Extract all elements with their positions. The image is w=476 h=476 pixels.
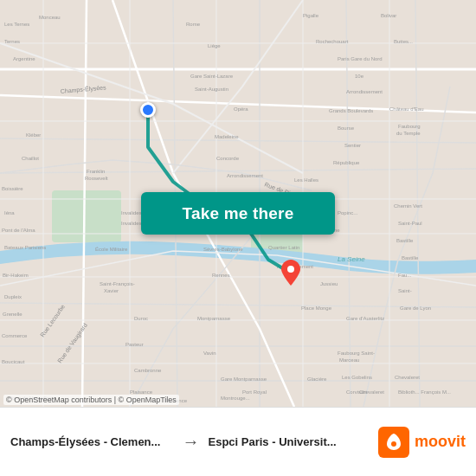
svg-text:Iéna: Iéna xyxy=(4,210,15,215)
svg-text:Port Royal: Port Royal xyxy=(242,389,267,395)
svg-text:Argentine: Argentine xyxy=(13,56,35,61)
svg-text:Saint-: Saint- xyxy=(398,288,412,293)
svg-text:Grenelle: Grenelle xyxy=(3,312,23,317)
moovit-text: moovit xyxy=(415,433,466,451)
svg-text:Bastille: Bastille xyxy=(396,238,414,243)
svg-text:République: République xyxy=(333,160,360,165)
svg-text:Gare de Lyon: Gare de Lyon xyxy=(400,306,431,311)
svg-text:Pont de l'Alma: Pont de l'Alma xyxy=(2,228,35,233)
svg-text:du Temple: du Temple xyxy=(396,131,421,136)
svg-text:Montparnasse: Montparnasse xyxy=(197,316,231,321)
svg-text:10e: 10e xyxy=(355,74,364,79)
svg-text:Kléber: Kléber xyxy=(26,132,41,138)
svg-text:Dupleix: Dupleix xyxy=(4,294,22,299)
take-me-there-label: Take me there xyxy=(183,204,294,223)
svg-text:Gare d'Austerlitz: Gare d'Austerlitz xyxy=(346,316,384,321)
svg-text:Bir-Hakeim: Bir-Hakeim xyxy=(3,273,29,278)
svg-point-116 xyxy=(391,441,396,447)
svg-text:Pigalle: Pigalle xyxy=(303,13,319,18)
svg-text:Madeleine: Madeleine xyxy=(215,134,239,139)
footer: Champs-Élysées - Clemen... → Espci Paris… xyxy=(0,407,476,476)
svg-text:Saint-Paul: Saint-Paul xyxy=(398,221,422,226)
take-me-there-button[interactable]: Take me there xyxy=(141,192,335,235)
svg-text:Saint-François-: Saint-François- xyxy=(100,281,135,286)
svg-text:Bastille: Bastille xyxy=(402,255,419,261)
svg-text:Jussieu: Jussieu xyxy=(320,281,338,286)
moovit-logo: moovit xyxy=(378,427,466,458)
svg-text:Corvisart: Corvisart xyxy=(346,389,367,395)
svg-text:Sèvres-Babylone: Sèvres-Babylone xyxy=(203,247,243,252)
svg-text:Pasteur: Pasteur xyxy=(125,342,144,347)
svg-text:Liège: Liège xyxy=(208,43,221,48)
svg-text:Popinc...: Popinc... xyxy=(338,210,358,215)
svg-text:Sentier: Sentier xyxy=(344,143,361,148)
svg-text:Montrouge...: Montrouge... xyxy=(221,396,250,401)
svg-text:Ternes: Ternes xyxy=(4,39,20,44)
svg-text:Biblioth... François M...: Biblioth... François M... xyxy=(398,389,451,395)
svg-text:Franklin: Franklin xyxy=(87,169,105,174)
svg-text:Duroc: Duroc xyxy=(134,316,148,321)
svg-text:Faubourg: Faubourg xyxy=(398,124,421,129)
svg-text:Gare Montparnasse: Gare Montparnasse xyxy=(221,376,267,382)
svg-text:Gare Saint-Lazare: Gare Saint-Lazare xyxy=(190,74,234,79)
svg-text:Boucicaut: Boucicaut xyxy=(2,359,25,364)
svg-text:Commerce: Commerce xyxy=(2,333,28,338)
map-container: Champs-Élysées Kléber Chaillot Boissière… xyxy=(0,0,476,407)
svg-text:Buttes...: Buttes... xyxy=(394,39,413,44)
svg-text:Glacière: Glacière xyxy=(307,376,327,382)
svg-text:Chaillot: Chaillot xyxy=(22,156,39,161)
svg-text:Marceau: Marceau xyxy=(339,357,359,363)
svg-text:École Militaire: École Militaire xyxy=(95,247,128,252)
svg-text:Rochechouart: Rochechouart xyxy=(316,39,349,44)
svg-text:Château d'Eau: Château d'Eau xyxy=(389,106,424,112)
svg-point-115 xyxy=(287,266,294,273)
svg-text:Invalides: Invalides xyxy=(121,210,142,215)
destination-marker xyxy=(281,260,300,286)
svg-text:Bateaux Parisiens: Bateaux Parisiens xyxy=(4,245,46,250)
svg-text:Quartier Latin: Quartier Latin xyxy=(268,245,299,250)
svg-text:Paris Gare du Nord: Paris Gare du Nord xyxy=(338,56,383,61)
svg-text:Cambronne: Cambronne xyxy=(134,368,162,373)
svg-text:Opéra: Opéra xyxy=(234,106,248,112)
destination-station-label: Espci Paris - Universit... xyxy=(209,435,372,448)
svg-text:Grands Boulevards: Grands Boulevards xyxy=(329,108,373,113)
svg-text:Invalides: Invalides xyxy=(121,221,142,226)
origin-station-label: Champs-Élysées - Clemen... xyxy=(10,435,174,448)
footer-origin: Champs-Élysées - Clemen... xyxy=(10,435,174,448)
svg-text:Monceau: Monceau xyxy=(39,15,61,20)
svg-text:Faubourg Saint-: Faubourg Saint- xyxy=(338,351,375,356)
svg-text:Bolivar: Bolivar xyxy=(381,13,396,18)
svg-text:Arrondissement: Arrondissement xyxy=(227,173,263,178)
svg-text:Les Ternes: Les Ternes xyxy=(4,22,29,27)
origin-marker xyxy=(140,102,156,118)
svg-text:Vavin: Vavin xyxy=(203,351,216,356)
svg-text:Les Gobelins: Les Gobelins xyxy=(342,375,372,380)
moovit-icon xyxy=(378,427,409,458)
map-copyright: © OpenStreetMap contributors | © OpenMap… xyxy=(3,395,179,405)
svg-text:Chemin Vert: Chemin Vert xyxy=(394,203,422,209)
svg-text:Boissière: Boissière xyxy=(2,186,23,191)
footer-destination: Espci Paris - Universit... xyxy=(209,435,372,448)
svg-text:Arrondissement: Arrondissement xyxy=(346,89,383,94)
svg-text:Xavier: Xavier xyxy=(104,288,119,293)
svg-text:Roosevelt: Roosevelt xyxy=(85,176,108,181)
svg-text:Rennes: Rennes xyxy=(212,273,230,278)
svg-rect-1 xyxy=(52,190,121,242)
svg-text:Rome: Rome xyxy=(186,22,201,27)
svg-text:Chevaleret: Chevaleret xyxy=(395,375,420,380)
svg-text:Saint-Augustin: Saint-Augustin xyxy=(195,87,228,92)
svg-text:Concorde: Concorde xyxy=(216,156,240,161)
svg-text:Fau...: Fau... xyxy=(398,273,412,278)
svg-text:Les Halles: Les Halles xyxy=(294,177,318,183)
svg-text:La Seine: La Seine xyxy=(338,255,365,263)
svg-text:Bourse: Bourse xyxy=(338,125,355,131)
svg-text:Place Monge: Place Monge xyxy=(301,306,332,311)
route-arrow: → xyxy=(183,432,200,452)
